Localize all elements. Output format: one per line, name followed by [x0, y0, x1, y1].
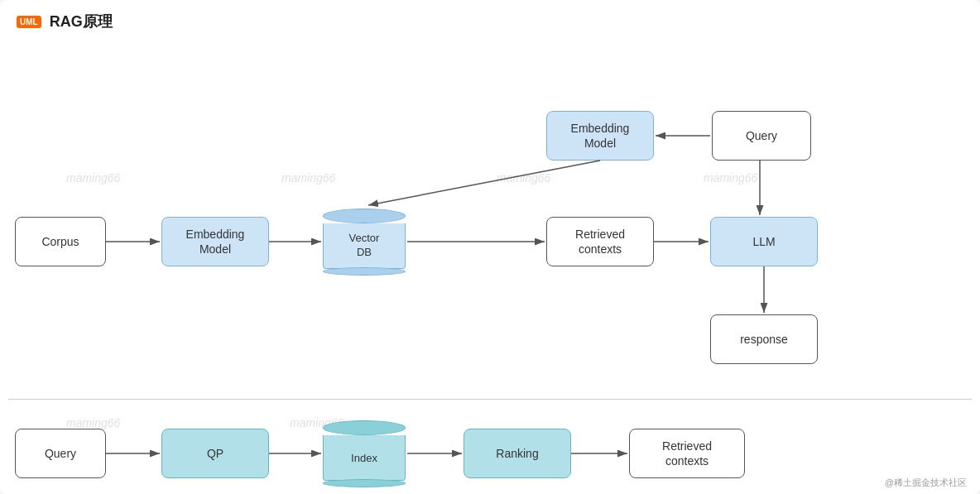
watermark-1: maming66: [66, 171, 120, 185]
qp-box: QP: [161, 429, 269, 478]
main-container: UML RAG原理 maming66 maming66 maming66 mam…: [0, 0, 980, 494]
vector-db-cylinder: VectorDB: [323, 207, 406, 277]
query2-box: Query: [15, 429, 106, 478]
bottom-diagram: maming66 maming66 Query QP Index Ranking…: [0, 400, 980, 494]
watermark-5: maming66: [66, 416, 120, 429]
corpus-box: Corpus: [15, 217, 106, 266]
top-diagram: maming66 maming66 maming66 maming66 Corp…: [0, 43, 980, 399]
uml-badge: UML: [17, 16, 41, 28]
retrieved-contexts2-box: Retrievedcontexts: [629, 429, 745, 478]
ranking-box: Ranking: [464, 429, 571, 478]
watermark-2: maming66: [281, 171, 335, 185]
watermark-4: maming66: [704, 171, 757, 185]
embedding-model-1-box: EmbeddingModel: [161, 217, 269, 266]
index-cylinder: Index: [323, 419, 406, 489]
svg-line-7: [368, 161, 600, 205]
query-box: Query: [712, 111, 811, 161]
watermark-3: maming66: [497, 171, 550, 185]
response-box: response: [710, 314, 818, 364]
top-arrows-svg: [0, 43, 980, 399]
llm-box: LLM: [710, 217, 818, 266]
footer-text: @稀土掘金技术社区: [885, 477, 967, 489]
retrieved-contexts-box: Retrievedcontexts: [546, 217, 654, 266]
embedding-model-2-box: EmbeddingModel: [546, 111, 654, 161]
header: UML RAG原理: [0, 0, 980, 43]
page-title: RAG原理: [50, 12, 113, 31]
